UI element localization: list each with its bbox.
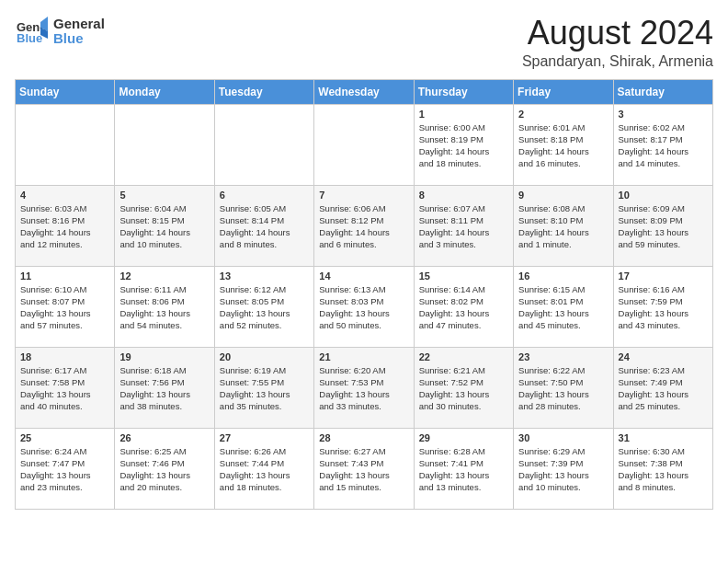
logo-general: General [53,17,105,32]
calendar-cell: 28Sunrise: 6:27 AM Sunset: 7:43 PM Dayli… [314,428,414,509]
calendar-cell: 18Sunrise: 6:17 AM Sunset: 7:58 PM Dayli… [16,347,115,428]
calendar-cell: 5Sunrise: 6:04 AM Sunset: 8:15 PM Daylig… [115,185,214,266]
day-info: Sunrise: 6:05 AM Sunset: 8:14 PM Dayligh… [220,202,309,251]
day-number: 25 [20,432,109,443]
day-info: Sunrise: 6:22 AM Sunset: 7:50 PM Dayligh… [518,364,608,413]
day-info: Sunrise: 6:06 AM Sunset: 8:12 PM Dayligh… [319,202,408,251]
calendar-cell: 17Sunrise: 6:16 AM Sunset: 7:59 PM Dayli… [613,266,712,347]
day-info: Sunrise: 6:28 AM Sunset: 7:41 PM Dayligh… [419,445,508,494]
day-number: 30 [518,432,608,443]
day-number: 4 [20,190,109,201]
logo-blue: Blue [53,31,105,47]
day-info: Sunrise: 6:10 AM Sunset: 8:07 PM Dayligh… [20,283,109,332]
day-number: 10 [619,190,708,201]
day-info: Sunrise: 6:09 AM Sunset: 8:09 PM Dayligh… [619,202,708,251]
calendar-cell: 15Sunrise: 6:14 AM Sunset: 8:02 PM Dayli… [414,266,513,347]
day-info: Sunrise: 6:08 AM Sunset: 8:10 PM Dayligh… [518,202,608,251]
day-info: Sunrise: 6:21 AM Sunset: 7:52 PM Dayligh… [419,364,508,413]
day-info: Sunrise: 6:03 AM Sunset: 8:16 PM Dayligh… [20,202,109,251]
day-number: 26 [119,432,209,443]
day-info: Sunrise: 6:11 AM Sunset: 8:06 PM Dayligh… [119,283,209,332]
day-info: Sunrise: 6:15 AM Sunset: 8:01 PM Dayligh… [518,283,608,332]
calendar-week-4: 25Sunrise: 6:24 AM Sunset: 7:47 PM Dayli… [16,428,713,509]
day-number: 16 [518,270,608,282]
day-number: 17 [619,270,708,282]
day-info: Sunrise: 6:00 AM Sunset: 8:19 PM Dayligh… [419,121,508,170]
calendar-cell: 14Sunrise: 6:13 AM Sunset: 8:03 PM Dayli… [314,266,414,347]
day-header-friday: Friday [514,79,613,104]
day-info: Sunrise: 6:04 AM Sunset: 8:15 PM Dayligh… [119,202,209,251]
day-info: Sunrise: 6:02 AM Sunset: 8:17 PM Dayligh… [619,121,708,170]
calendar-cell: 6Sunrise: 6:05 AM Sunset: 8:14 PM Daylig… [214,185,313,266]
day-info: Sunrise: 6:19 AM Sunset: 7:55 PM Dayligh… [220,364,309,413]
day-number: 23 [518,351,608,362]
calendar-cell: 23Sunrise: 6:22 AM Sunset: 7:50 PM Dayli… [514,347,613,428]
calendar-cell [115,104,214,185]
day-header-tuesday: Tuesday [214,79,313,104]
day-number: 8 [419,190,508,201]
month-year: August 2024 [522,15,713,52]
logo: General Blue General Blue [15,15,105,48]
calendar-week-2: 11Sunrise: 6:10 AM Sunset: 8:07 PM Dayli… [16,266,713,347]
day-number: 14 [319,270,408,282]
day-number: 12 [119,270,209,282]
calendar-cell: 9Sunrise: 6:08 AM Sunset: 8:10 PM Daylig… [514,185,613,266]
title-area: August 2024 Spandaryan, Shirak, Armenia [522,15,713,70]
day-info: Sunrise: 6:29 AM Sunset: 7:39 PM Dayligh… [518,445,608,494]
day-number: 7 [319,190,408,201]
calendar-cell: 1Sunrise: 6:00 AM Sunset: 8:19 PM Daylig… [414,104,513,185]
day-number: 27 [220,432,309,443]
calendar-cell: 20Sunrise: 6:19 AM Sunset: 7:55 PM Dayli… [214,347,313,428]
day-number: 24 [619,351,708,362]
day-header-sunday: Sunday [16,79,115,104]
day-header-saturday: Saturday [613,79,712,104]
calendar-cell: 13Sunrise: 6:12 AM Sunset: 8:05 PM Dayli… [214,266,313,347]
calendar-cell: 2Sunrise: 6:01 AM Sunset: 8:18 PM Daylig… [514,104,613,185]
day-info: Sunrise: 6:25 AM Sunset: 7:46 PM Dayligh… [119,445,209,494]
day-info: Sunrise: 6:18 AM Sunset: 7:56 PM Dayligh… [119,364,209,413]
day-number: 1 [419,109,508,120]
day-info: Sunrise: 6:07 AM Sunset: 8:11 PM Dayligh… [419,202,508,251]
logo-icon: General Blue [15,15,48,48]
calendar-cell: 3Sunrise: 6:02 AM Sunset: 8:17 PM Daylig… [613,104,712,185]
calendar-cell [314,104,414,185]
calendar-cell [214,104,313,185]
day-info: Sunrise: 6:16 AM Sunset: 7:59 PM Dayligh… [619,283,708,332]
day-number: 9 [518,190,608,201]
calendar-cell: 19Sunrise: 6:18 AM Sunset: 7:56 PM Dayli… [115,347,214,428]
day-info: Sunrise: 6:13 AM Sunset: 8:03 PM Dayligh… [319,283,408,332]
calendar-cell: 8Sunrise: 6:07 AM Sunset: 8:11 PM Daylig… [414,185,513,266]
calendar-cell: 22Sunrise: 6:21 AM Sunset: 7:52 PM Dayli… [414,347,513,428]
calendar-cell: 25Sunrise: 6:24 AM Sunset: 7:47 PM Dayli… [16,428,115,509]
header: General Blue General Blue August 2024 Sp… [15,15,713,70]
day-info: Sunrise: 6:24 AM Sunset: 7:47 PM Dayligh… [20,445,109,494]
calendar-cell: 7Sunrise: 6:06 AM Sunset: 8:12 PM Daylig… [314,185,414,266]
day-number: 13 [220,270,309,282]
calendar-cell: 16Sunrise: 6:15 AM Sunset: 8:01 PM Dayli… [514,266,613,347]
calendar-header-row: SundayMondayTuesdayWednesdayThursdayFrid… [16,79,713,104]
calendar-cell: 24Sunrise: 6:23 AM Sunset: 7:49 PM Dayli… [613,347,712,428]
day-info: Sunrise: 6:27 AM Sunset: 7:43 PM Dayligh… [319,445,408,494]
calendar-cell [16,104,115,185]
day-info: Sunrise: 6:12 AM Sunset: 8:05 PM Dayligh… [220,283,309,332]
calendar-week-1: 4Sunrise: 6:03 AM Sunset: 8:16 PM Daylig… [16,185,713,266]
day-number: 28 [319,432,408,443]
calendar-cell: 26Sunrise: 6:25 AM Sunset: 7:46 PM Dayli… [115,428,214,509]
calendar-cell: 11Sunrise: 6:10 AM Sunset: 8:07 PM Dayli… [16,266,115,347]
day-number: 15 [419,270,508,282]
svg-text:Blue: Blue [17,31,42,45]
day-header-monday: Monday [115,79,214,104]
calendar-body: 1Sunrise: 6:00 AM Sunset: 8:19 PM Daylig… [16,104,713,509]
day-number: 29 [419,432,508,443]
calendar-cell: 4Sunrise: 6:03 AM Sunset: 8:16 PM Daylig… [16,185,115,266]
calendar-cell: 30Sunrise: 6:29 AM Sunset: 7:39 PM Dayli… [514,428,613,509]
calendar-week-3: 18Sunrise: 6:17 AM Sunset: 7:58 PM Dayli… [16,347,713,428]
day-number: 21 [319,351,408,362]
day-number: 31 [619,432,708,443]
calendar-cell: 10Sunrise: 6:09 AM Sunset: 8:09 PM Dayli… [613,185,712,266]
day-header-wednesday: Wednesday [314,79,414,104]
day-info: Sunrise: 6:26 AM Sunset: 7:44 PM Dayligh… [220,445,309,494]
calendar-week-0: 1Sunrise: 6:00 AM Sunset: 8:19 PM Daylig… [16,104,713,185]
day-number: 6 [220,190,309,201]
calendar-cell: 31Sunrise: 6:30 AM Sunset: 7:38 PM Dayli… [613,428,712,509]
